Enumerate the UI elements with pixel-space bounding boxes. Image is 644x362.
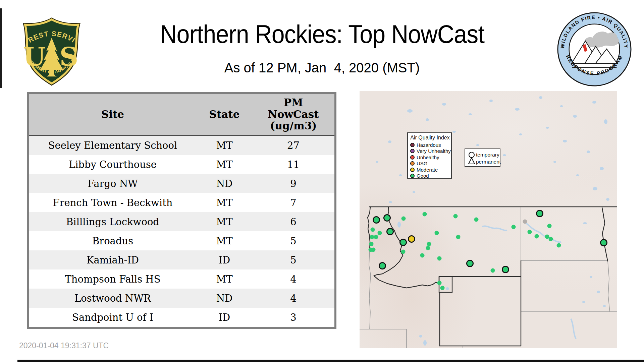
monitor-marker bbox=[435, 231, 439, 235]
legend-color-dot-icon bbox=[410, 155, 415, 160]
monitor-marker bbox=[386, 228, 394, 235]
monitor-marker bbox=[547, 224, 552, 228]
legend-item: USG bbox=[410, 161, 451, 167]
monitor-marker bbox=[512, 225, 516, 229]
legend-color-dot-icon bbox=[410, 174, 415, 178]
legend-item-label: USG bbox=[417, 161, 428, 166]
cell-state: MT bbox=[197, 212, 252, 231]
table-header-row: Site State PM NowCast (ug/m3) bbox=[28, 93, 335, 135]
monitor-marker bbox=[374, 235, 378, 239]
cell-state: ND bbox=[197, 289, 252, 308]
cell-pm-nowcast: 11 bbox=[252, 155, 335, 174]
table-row: Lostwood NWRND4 bbox=[28, 289, 335, 308]
cell-state: MT bbox=[197, 135, 252, 155]
cell-pm-nowcast: 27 bbox=[252, 135, 335, 155]
monitor-marker bbox=[523, 220, 527, 224]
legend-color-dot-icon bbox=[410, 149, 415, 153]
aqi-legend-items: HazardousVery UnhealthyUnhealthyUSGModer… bbox=[410, 142, 451, 179]
monitor-marker bbox=[399, 239, 407, 246]
monitor-marker bbox=[408, 235, 415, 243]
cell-site: Lostwood NWR bbox=[28, 289, 197, 308]
table-row: Thompson Falls HSMT4 bbox=[28, 269, 335, 289]
monitor-marker bbox=[401, 250, 406, 254]
cell-site: French Town - Beckwith bbox=[28, 193, 197, 212]
cell-pm-nowcast: 4 bbox=[252, 289, 335, 308]
table-row: Sandpoint U of IID3 bbox=[28, 308, 335, 328]
cell-site: Libby Courthouse bbox=[28, 155, 197, 174]
monitor-type-key: temporary permanent bbox=[465, 148, 500, 167]
monitor-marker bbox=[536, 210, 543, 217]
monitor-marker bbox=[491, 268, 495, 273]
pm-header-line3: (ug/m3) bbox=[252, 120, 334, 132]
monitor-marker bbox=[474, 218, 479, 222]
key-label-temporary: temporary bbox=[476, 152, 499, 158]
generated-timestamp: 2020-01-04 19:31:37 UTC bbox=[19, 341, 109, 350]
cell-pm-nowcast: 9 bbox=[252, 174, 335, 193]
page-title: Northern Rockies: Top NowCast bbox=[0, 19, 644, 49]
monitor-marker bbox=[456, 235, 461, 239]
legend-item-label: Hazardous bbox=[417, 142, 441, 148]
legend-item-label: Very Unhealthy bbox=[417, 148, 451, 154]
legend-item-label: Moderate bbox=[417, 167, 438, 173]
cell-state: MT bbox=[197, 231, 252, 250]
legend-color-dot-icon bbox=[410, 168, 415, 172]
pm-header-line2: NowCast bbox=[252, 109, 334, 120]
cell-pm-nowcast: 4 bbox=[252, 269, 335, 289]
key-label-permanent: permanent bbox=[476, 159, 501, 165]
legend-item: Moderate bbox=[410, 167, 451, 173]
col-header-pm-nowcast: PM NowCast (ug/m3) bbox=[252, 93, 335, 135]
monitor-marker bbox=[528, 230, 532, 234]
monitor-marker bbox=[437, 281, 442, 285]
col-header-state: State bbox=[197, 93, 252, 135]
temporary-circle-icon bbox=[469, 152, 474, 158]
air-quality-map: Air Quality Index HazardousVery Unhealth… bbox=[360, 91, 617, 348]
rivers-layer bbox=[482, 222, 576, 339]
table-row: Billlings LockwoodMT6 bbox=[28, 212, 335, 231]
monitor-marker bbox=[426, 246, 430, 250]
monitor-marker bbox=[383, 214, 391, 222]
monitor-marker bbox=[549, 237, 553, 241]
monitor-marker bbox=[453, 214, 458, 219]
state-borders-gray bbox=[360, 207, 617, 348]
pm-header-line1: PM bbox=[252, 97, 334, 109]
legend-item: Unhealthy bbox=[410, 154, 451, 161]
cell-site: Kamiah-ID bbox=[28, 250, 197, 269]
col-header-site: Site bbox=[28, 93, 197, 135]
monitor-type-icons bbox=[467, 149, 477, 168]
cell-pm-nowcast: 3 bbox=[252, 308, 335, 328]
cell-state: ID bbox=[197, 308, 252, 328]
wfaqrp-badge-icon: WILDLAND FIRE • AIR QUALITY RESPONSE PRO… bbox=[556, 11, 633, 87]
monitor-marker bbox=[437, 256, 442, 261]
cell-site: Sandpoint U of I bbox=[28, 308, 197, 328]
monitor-marker bbox=[401, 217, 406, 221]
map-base-layer bbox=[360, 91, 617, 348]
monitor-marker bbox=[440, 286, 445, 290]
cell-state: MT bbox=[197, 269, 252, 289]
monitor-marker bbox=[420, 253, 425, 258]
cell-pm-nowcast: 5 bbox=[252, 231, 335, 250]
cell-pm-nowcast: 5 bbox=[252, 250, 335, 269]
monitor-marker bbox=[466, 260, 474, 267]
cell-state: MT bbox=[197, 193, 252, 212]
cell-state: MT bbox=[197, 155, 252, 174]
monitor-marker bbox=[369, 242, 374, 246]
nowcast-table-body: Seeley Elementary SchoolMT27Libby Courth… bbox=[28, 135, 335, 328]
monitor-marker bbox=[373, 216, 380, 224]
monitor-marker bbox=[371, 228, 375, 232]
nowcast-table: Site State PM NowCast (ug/m3) Seeley Ele… bbox=[27, 92, 336, 329]
monitor-marker bbox=[557, 243, 561, 248]
legend-item: Good bbox=[410, 173, 451, 179]
legend-item-label: Good bbox=[417, 173, 429, 179]
monitor-marker bbox=[535, 234, 539, 239]
legend-item: Very Unhealthy bbox=[410, 148, 451, 155]
legend-color-dot-icon bbox=[410, 161, 415, 166]
cell-site: Billlings Lockwood bbox=[28, 212, 197, 231]
table-row: Libby CourthouseMT11 bbox=[28, 155, 335, 174]
cell-state: ID bbox=[197, 250, 252, 269]
table-row: Fargo NWND9 bbox=[28, 174, 335, 193]
cell-site: Fargo NW bbox=[28, 174, 197, 193]
monitor-marker bbox=[423, 212, 427, 217]
aqi-legend-title: Air Quality Index bbox=[410, 135, 450, 141]
cell-state: ND bbox=[197, 174, 252, 193]
cell-site: Thompson Falls HS bbox=[28, 269, 197, 289]
